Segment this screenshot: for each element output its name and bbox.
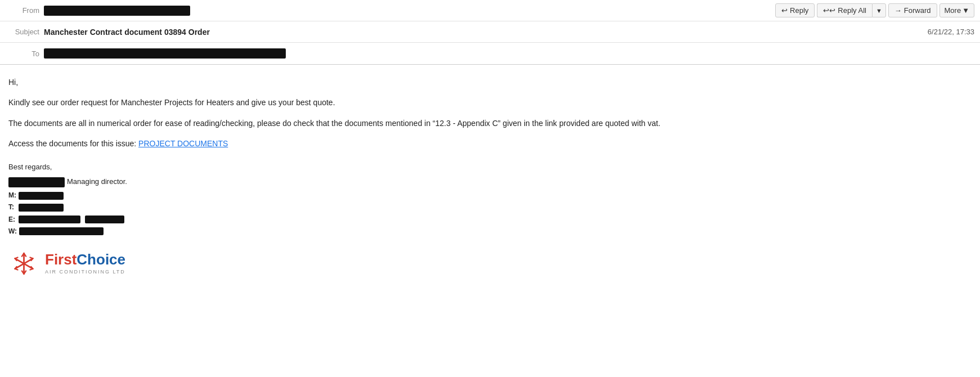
subject-row: Subject Manchester Contract document 038…	[0, 21, 980, 43]
sig-name-redacted	[8, 177, 65, 187]
reply-label: Reply	[790, 6, 808, 15]
to-row: To	[0, 43, 980, 64]
logo-first: First	[45, 251, 77, 268]
logo-brand-name: FirstChoice	[45, 252, 125, 268]
forward-button[interactable]: → Forward	[888, 3, 937, 17]
reply-button[interactable]: ↩ Reply	[775, 3, 815, 17]
to-label: To	[6, 50, 39, 58]
sig-name-line: Managing director.	[8, 176, 972, 188]
more-button[interactable]: More ▼	[939, 3, 975, 17]
sig-m-label: M:	[8, 190, 16, 201]
company-logo: FirstChoice AIR CONDITIONING LTD	[8, 248, 972, 279]
subject-label: Subject	[6, 28, 39, 36]
from-row: From ↩ Reply ↩↩ Reply All ▼ → Forward	[0, 0, 980, 21]
chevron-down-icon: ▼	[876, 7, 882, 14]
sig-t-redacted	[19, 204, 64, 212]
reply-all-group: ↩↩ Reply All ▼	[817, 3, 885, 17]
more-label: More	[945, 6, 961, 15]
sig-w-label: W:	[8, 226, 17, 237]
email-body: Hi, Kindly see our order request for Man…	[0, 65, 980, 290]
from-label: From	[6, 6, 39, 15]
reply-all-icon: ↩↩	[823, 6, 835, 15]
email-toolbar: ↩ Reply ↩↩ Reply All ▼ → Forward More ▼	[775, 3, 974, 17]
svg-line-10	[30, 257, 33, 258]
project-documents-link[interactable]: PROJECT DOCUMENTS	[138, 139, 228, 148]
sig-w-line: W:	[8, 226, 972, 237]
to-value-redacted	[44, 48, 286, 59]
best-regards: Best regards,	[8, 161, 972, 173]
sig-t-label: T:	[8, 202, 16, 213]
sig-e-redacted	[19, 216, 80, 223]
sig-w-redacted	[19, 227, 104, 235]
logo-subtitle: AIR CONDITIONING LTD	[45, 268, 125, 276]
sig-e-redacted2	[85, 216, 124, 223]
sig-e-line: E:	[8, 214, 972, 225]
body-paragraph2: The documents are all in numerical order…	[8, 117, 972, 129]
sig-m-redacted	[19, 192, 64, 200]
svg-line-8	[15, 269, 18, 270]
svg-line-6	[30, 269, 33, 270]
svg-line-14	[15, 257, 18, 258]
reply-icon: ↩	[781, 6, 788, 15]
reply-all-dropdown-button[interactable]: ▼	[872, 3, 886, 17]
greeting: Hi,	[8, 76, 972, 88]
logo-icon	[8, 248, 39, 279]
paragraph3-prefix: Access the documents for this issue:	[8, 139, 138, 148]
body-paragraph1: Kindly see our order request for Manches…	[8, 96, 972, 109]
from-value-redacted	[44, 6, 190, 16]
subject-value: Manchester Contract document 03894 Order	[44, 28, 210, 37]
forward-icon: →	[894, 6, 902, 15]
forward-label: Forward	[904, 6, 931, 15]
sig-m-line: M:	[8, 190, 972, 201]
logo-text: FirstChoice AIR CONDITIONING LTD	[45, 252, 125, 276]
reply-all-button[interactable]: ↩↩ Reply All	[817, 3, 872, 17]
sig-title: Managing director.	[67, 176, 127, 188]
more-chevron-icon: ▼	[962, 6, 969, 15]
sig-t-line: T:	[8, 202, 972, 213]
reply-all-label: Reply All	[838, 6, 866, 15]
signature-block: Best regards, Managing director. M: T: E…	[8, 161, 972, 237]
logo-choice: Choice	[77, 251, 125, 268]
sig-e-label: E:	[8, 214, 16, 225]
email-date: 6/21/22, 17:33	[928, 28, 974, 36]
body-paragraph3: Access the documents for this issue: PRO…	[8, 137, 972, 150]
